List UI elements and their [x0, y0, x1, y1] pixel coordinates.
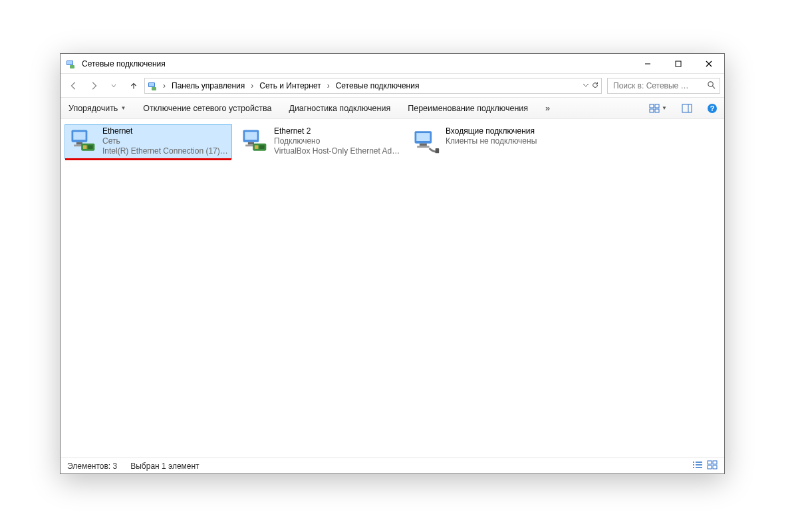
connection-item[interactable]: Ethernet Сеть Intel(R) Ethernet Connecti… — [65, 124, 232, 159]
svg-rect-9 — [152, 87, 156, 90]
maximize-button[interactable] — [663, 54, 694, 73]
breadcrumb-item[interactable]: Сеть и Интернет — [258, 81, 322, 90]
incoming-connection-icon — [411, 126, 440, 156]
breadcrumb-item[interactable]: Панель управления — [170, 81, 246, 90]
large-icons-view-button[interactable] — [707, 460, 718, 471]
svg-rect-28 — [245, 132, 257, 140]
network-connections-icon — [66, 59, 76, 69]
svg-rect-46 — [713, 461, 717, 464]
svg-line-11 — [712, 86, 715, 88]
disable-device-label: Отключение сетевого устройства — [143, 104, 271, 113]
svg-rect-47 — [708, 466, 712, 469]
overflow-button[interactable]: » — [544, 98, 551, 118]
network-adapter-icon — [239, 126, 269, 156]
rename-button[interactable]: Переименование подключения — [406, 98, 529, 118]
network-adapter-icon — [68, 126, 97, 156]
svg-rect-14 — [650, 109, 654, 112]
svg-rect-48 — [713, 466, 717, 469]
connection-status: Клиенты не подключены — [446, 136, 572, 146]
chevron-right-icon: › — [249, 81, 255, 90]
details-view-button[interactable] — [692, 460, 703, 471]
breadcrumb-item[interactable]: Сетевые подключения — [334, 81, 421, 90]
control-panel-icon — [148, 80, 158, 91]
svg-rect-26 — [88, 145, 92, 149]
window: Сетевые подключения — [60, 53, 725, 474]
svg-rect-25 — [83, 145, 87, 149]
diagnose-button[interactable]: Диагностика подключения — [287, 98, 392, 118]
content-area[interactable]: Ethernet Сеть Intel(R) Ethernet Connecti… — [61, 119, 724, 458]
svg-rect-16 — [682, 104, 692, 112]
organize-label: Упорядочить — [68, 104, 118, 113]
connection-device: Intel(R) Ethernet Connection (17) … — [102, 146, 229, 156]
chevron-down-icon: ▼ — [120, 105, 126, 111]
command-bar: Упорядочить ▼ Отключение сетевого устрой… — [61, 98, 724, 119]
view-menu-button[interactable]: ▼ — [649, 103, 667, 114]
window-title: Сетевые подключения — [82, 59, 632, 68]
diagnose-label: Диагностика подключения — [289, 104, 390, 113]
address-bar[interactable]: › Панель управления › Сеть и Интернет › … — [144, 78, 602, 94]
refresh-button[interactable] — [592, 81, 598, 90]
connection-item[interactable]: Входящие подключения Клиенты не подключе… — [408, 124, 575, 159]
svg-rect-45 — [708, 461, 712, 464]
forward-button[interactable] — [84, 76, 103, 95]
chevron-right-icon: › — [161, 81, 168, 90]
svg-rect-21 — [73, 132, 85, 140]
svg-rect-32 — [255, 145, 259, 149]
connection-item[interactable]: Ethernet 2 Подключено VirtualBox Host-On… — [236, 124, 404, 159]
minimize-button[interactable] — [632, 54, 663, 73]
recent-locations-button[interactable] — [104, 76, 123, 95]
connection-status: Подключено — [274, 136, 400, 146]
svg-rect-8 — [149, 83, 154, 86]
address-dropdown-icon[interactable] — [583, 81, 589, 90]
search-input[interactable] — [612, 80, 703, 91]
connection-status: Сеть — [102, 136, 229, 146]
back-button[interactable] — [65, 76, 83, 95]
connection-device: VirtualBox Host-Only Ethernet Ad… — [274, 146, 400, 156]
connection-name: Ethernet — [102, 126, 229, 136]
up-button[interactable] — [124, 76, 143, 95]
chevron-right-icon: › — [325, 81, 332, 90]
chevron-down-icon: ▼ — [662, 105, 667, 111]
help-button[interactable]: ? — [707, 103, 718, 114]
status-bar: Элементов: 3 Выбран 1 элемент — [61, 458, 724, 473]
search-box[interactable] — [607, 78, 720, 94]
svg-rect-15 — [655, 109, 659, 112]
svg-rect-35 — [416, 133, 430, 141]
search-icon[interactable] — [707, 80, 716, 91]
svg-rect-12 — [650, 104, 654, 108]
svg-rect-2 — [70, 65, 74, 68]
navbar: › Панель управления › Сеть и Интернет › … — [61, 74, 724, 98]
svg-rect-1 — [67, 61, 72, 65]
connection-name: Входящие подключения — [446, 126, 572, 136]
overflow-label: » — [545, 104, 550, 113]
svg-point-10 — [708, 81, 713, 86]
svg-rect-37 — [417, 146, 429, 148]
svg-rect-4 — [676, 61, 681, 66]
organize-menu[interactable]: Упорядочить ▼ — [67, 98, 127, 118]
svg-text:?: ? — [710, 104, 715, 112]
svg-rect-13 — [655, 104, 659, 108]
close-button[interactable] — [694, 54, 724, 73]
connection-name: Ethernet 2 — [274, 126, 400, 136]
svg-rect-36 — [420, 144, 427, 146]
rename-label: Переименование подключения — [408, 104, 528, 113]
svg-rect-38 — [436, 148, 440, 153]
highlight-underline — [65, 158, 231, 160]
preview-pane-button[interactable] — [682, 103, 692, 114]
svg-rect-33 — [259, 145, 264, 149]
status-selection: Выбран 1 элемент — [130, 462, 199, 471]
status-count: Элементов: 3 — [67, 462, 117, 471]
disable-device-button[interactable]: Отключение сетевого устройства — [142, 98, 273, 118]
titlebar: Сетевые подключения — [61, 54, 724, 74]
